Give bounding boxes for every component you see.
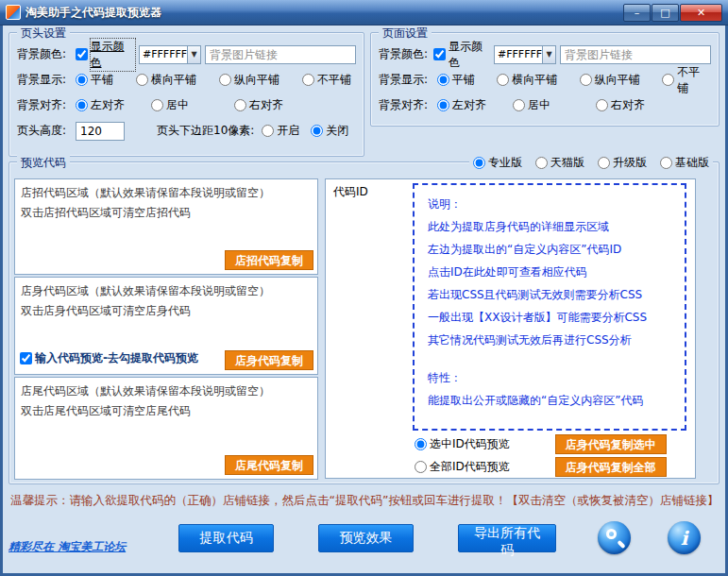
code-id-panel[interactable]: 代码ID 说明： 此处为提取店身代码的详细显示区域 左边为提取出的“自定义内容区… <box>325 178 696 479</box>
header-margin-label: 页头下边距10像素: <box>157 123 254 139</box>
export-all-code-button[interactable]: 导出所有代码 <box>458 524 556 552</box>
info-line: 若出现CSS且代码测试无效则需要分析CSS <box>428 283 671 306</box>
header-margin-off[interactable]: 关闭 <box>311 123 348 139</box>
search-button[interactable] <box>598 521 631 554</box>
maximize-button[interactable]: □ <box>652 4 679 22</box>
header-margin-on[interactable]: 开启 <box>262 123 299 139</box>
radio-label: 居中 <box>528 97 550 113</box>
page-align-center[interactable]: 居中 <box>513 97 596 113</box>
header-display-tile-x[interactable]: 横向平铺 <box>136 72 219 88</box>
chevron-down-icon[interactable]: ▼ <box>542 46 555 63</box>
page-align-right[interactable]: 右对齐 <box>596 97 645 113</box>
edition-tmall[interactable]: 天猫版 <box>535 155 584 171</box>
shop-banner-code-area[interactable]: 店招代码区域（默认效果请保留本段说明或留空） 双击店招代码区域可清空店招代码 店… <box>14 178 318 275</box>
code-area-line: 店身代码区域（默认效果请保留本段说明或留空） <box>21 281 312 301</box>
header-display-none[interactable]: 不平铺 <box>302 72 351 88</box>
copy-footer-code-button[interactable]: 店尾代码复制 <box>225 455 313 475</box>
group-header-settings: 页头设置 背景颜色: 显示颜色 #FFFFFF ▼ 背景显示: 平铺 横向平铺 … <box>8 32 364 157</box>
info-line: 其它情况代码测试无效后再进行CSS分析 <box>428 329 671 351</box>
forum-link[interactable]: 精彩尽在 淘宝美工论坛 <box>8 539 126 555</box>
page-align-left[interactable]: 左对齐 <box>437 97 513 113</box>
header-height-input[interactable] <box>76 122 125 141</box>
edition-upgrade[interactable]: 升级版 <box>598 155 647 171</box>
chevron-down-icon[interactable]: ▼ <box>187 46 200 63</box>
radio[interactable] <box>580 74 592 86</box>
header-align-right[interactable]: 右对齐 <box>234 97 283 113</box>
close-button[interactable]: ✕ <box>680 4 722 22</box>
radio-label: 全部ID代码预览 <box>430 459 510 475</box>
radio[interactable] <box>437 74 449 86</box>
radio-label: 左对齐 <box>91 97 125 113</box>
code-id-label: 代码ID <box>333 184 368 200</box>
titlebar: 淘美助手之代码提取预览器 – □ ✕ <box>0 0 728 25</box>
shop-body-code-area[interactable]: 店身代码区域（默认效果请保留本段说明或留空） 双击店身代码区域可清空店身代码 输… <box>14 277 318 375</box>
radio[interactable] <box>596 99 608 111</box>
page-color-select[interactable]: #FFFFFF ▼ <box>494 45 556 64</box>
radio-label: 右对齐 <box>611 97 645 113</box>
radio-label: 基础版 <box>675 155 709 171</box>
radio[interactable] <box>660 157 672 169</box>
input-code-preview-checkbox[interactable]: 输入代码预览-去勾提取代码预览 <box>20 348 198 368</box>
header-display-tile[interactable]: 平铺 <box>76 72 136 88</box>
header-bg-image-input[interactable] <box>205 45 356 64</box>
radio[interactable] <box>76 99 88 111</box>
id-preview-selected-row: 选中ID代码预览 店身代码复制选中 <box>415 434 667 454</box>
selected-id-preview-radio[interactable]: 选中ID代码预览 <box>415 436 510 452</box>
radio-label: 开启 <box>277 123 299 139</box>
radio[interactable] <box>473 157 485 169</box>
radio[interactable] <box>415 461 427 473</box>
radio[interactable] <box>513 99 525 111</box>
shop-footer-code-area[interactable]: 店尾代码区域（默认效果请保留本段说明或留空） 双击店尾代码区域可清空店尾代码 店… <box>14 377 318 480</box>
radio[interactable] <box>136 74 148 86</box>
page-display-tile-y[interactable]: 纵向平铺 <box>580 72 663 88</box>
radio-label: 右对齐 <box>249 97 283 113</box>
radio[interactable] <box>535 157 548 169</box>
info-line: 点击ID在此处即可查看相应代码 <box>428 261 671 283</box>
bg-color-label: 背景颜色: <box>17 46 76 62</box>
radio[interactable] <box>302 74 314 86</box>
radio[interactable] <box>151 99 163 111</box>
help-button[interactable]: i <box>668 521 701 554</box>
group-page-settings-title: 页面设置 <box>379 25 432 42</box>
copy-body-code-button[interactable]: 店身代码复制 <box>225 350 313 370</box>
radio[interactable] <box>311 125 323 137</box>
edition-pro[interactable]: 专业版 <box>473 155 522 171</box>
page-display-none[interactable]: 不平铺 <box>662 64 711 96</box>
preview-effect-button[interactable]: 预览效果 <box>318 524 414 552</box>
copy-body-selected-button[interactable]: 店身代码复制选中 <box>555 434 667 454</box>
copy-banner-code-button[interactable]: 店招代码复制 <box>225 250 313 270</box>
info-line: 特性： <box>428 366 671 389</box>
extract-code-button[interactable]: 提取代码 <box>178 524 274 552</box>
minimize-button[interactable]: – <box>623 4 651 22</box>
all-id-preview-radio[interactable]: 全部ID代码预览 <box>415 459 510 475</box>
info-line: 能提取出公开或隐藏的“自定义内容区”代码 <box>428 389 671 412</box>
header-align-left[interactable]: 左对齐 <box>76 97 151 113</box>
header-display-tile-y[interactable]: 纵向平铺 <box>219 72 302 88</box>
checkbox[interactable] <box>20 352 32 364</box>
radio[interactable] <box>76 74 88 86</box>
info-icon: i <box>668 521 701 554</box>
radio[interactable] <box>415 438 427 450</box>
radio[interactable] <box>219 74 231 86</box>
bg-display-label: 背景显示: <box>17 72 76 88</box>
info-line: 说明： <box>428 193 671 215</box>
page-show-color-checkbox[interactable]: 显示颜色 <box>433 39 490 71</box>
header-color-select[interactable]: #FFFFFF ▼ <box>139 45 201 64</box>
page-bg-image-input[interactable] <box>560 45 711 64</box>
header-show-color-checkbox[interactable]: 显示颜色 <box>76 39 135 71</box>
radio[interactable] <box>497 74 509 86</box>
copy-body-all-button[interactable]: 店身代码复制全部 <box>555 457 667 477</box>
radio[interactable] <box>234 99 246 111</box>
radio[interactable] <box>662 74 674 86</box>
page-display-tile[interactable]: 平铺 <box>437 72 498 88</box>
checkbox[interactable] <box>76 48 88 60</box>
checkbox[interactable] <box>433 48 446 60</box>
radio[interactable] <box>437 99 449 111</box>
edition-basic[interactable]: 基础版 <box>660 155 709 171</box>
radio[interactable] <box>598 157 610 169</box>
code-area-line: 双击店身代码区域可清空店身代码 <box>21 301 312 321</box>
header-align-center[interactable]: 居中 <box>151 97 234 113</box>
radio[interactable] <box>262 125 274 137</box>
page-display-tile-x[interactable]: 横向平铺 <box>497 72 580 88</box>
footer-bar: 精彩尽在 淘宝美工论坛 提取代码 预览效果 导出所有代码 i <box>3 517 725 569</box>
